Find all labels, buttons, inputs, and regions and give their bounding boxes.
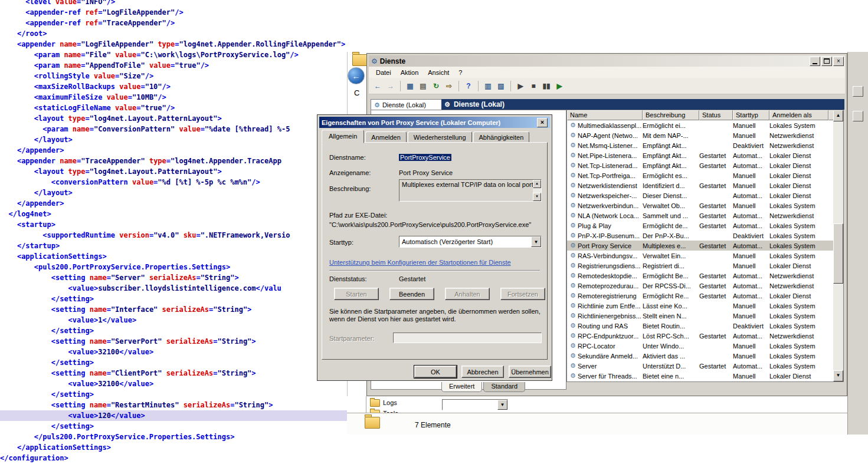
scroll-down-icon[interactable]: ▼ [533,193,541,201]
close-icon[interactable]: × [537,118,548,127]
service-row[interactable]: ⚙NAP-Agent (Netwo...Mit dem NAP-...Manue… [567,130,833,140]
service-row[interactable]: ⚙Netzwerkspeicher-...Dieser Dienst...Aut… [567,190,833,200]
list-view-icon[interactable]: ▧ [495,80,507,92]
cell: RAS-Verbindungsv... [578,252,643,259]
anzeigename-value[interactable]: Port Proxy Service [399,169,453,176]
service-row[interactable]: ⚙Remotedesktopdie...Ermöglicht Be...Gest… [567,271,833,281]
background-widget [853,111,863,121]
show-tree-icon[interactable]: ▦ [404,80,416,92]
column-header[interactable]: Beschreibung [643,110,699,120]
tab-anmelden[interactable]: Anmelden [365,131,407,143]
properties-icon[interactable]: ▤ [417,80,429,92]
chevron-down-icon[interactable]: ▼ [497,400,507,410]
menu-item-hilfe[interactable]: ? [454,68,467,77]
scrollbar-thumb[interactable] [833,223,843,284]
tab-abhängigkeiten[interactable]: Abhängigkeiten [473,131,530,143]
abbrechen-button[interactable]: Abbrechen [461,366,504,378]
service-row[interactable]: ⚙RAS-Verbindungsv...Verwaltet Ein...Manu… [567,251,833,261]
dienstname-value[interactable]: PortProxyService [399,154,451,161]
service-row[interactable]: ⚙Plug & PlayErmöglicht de...GestartetAut… [567,221,833,231]
column-header[interactable]: Anmelden als [769,110,828,120]
service-row[interactable]: ⚙Netzwerkverbindun...Verwaltet Ob...Gest… [567,200,833,210]
service-row[interactable]: ⚙Remoteprozedurau...Der RPCSS-Di...Gesta… [567,281,833,291]
cell: Manuell [733,302,769,310]
dialog-title-bar[interactable]: Eigenschaften von Port Proxy Service (Lo… [319,117,550,128]
tab-wiederherstellung[interactable]: Wiederherstellung [408,131,472,143]
close-icon[interactable]: × [833,57,844,66]
service-row[interactable]: ⚙Sekundäre Anmeld...Aktiviert das ...Man… [567,351,833,361]
title-bar[interactable]: ⚙ Dienste × [369,55,845,67]
service-row[interactable]: ⚙Net.Tcp-Listenerad...Empfängt Akt...Ges… [567,160,833,170]
service-row[interactable]: ⚙RPC-LocatorUnter Windo...ManuellLokales… [567,341,833,351]
cell: Aktiviert das ... [643,353,699,360]
code-editor[interactable]: <level value="INFO"/> <appender-ref ref=… [0,0,354,463]
menu-item-datei[interactable]: Datei [371,68,396,77]
menu-item-aktion[interactable]: Aktion [396,68,424,77]
ok-button[interactable]: OK [414,366,457,378]
code-line: <setting name="Interface" serializeAs="S… [0,304,354,315]
übernehmen-button[interactable]: Übernehmen [509,366,551,378]
service-row[interactable]: ⚙NLA (Network Loca...Sammelt und ...Gest… [567,210,833,221]
scroll-down-icon[interactable]: ▼ [833,370,843,381]
service-row[interactable]: ⚙Port Proxy ServiceMultiplexes e...Gesta… [567,241,833,251]
refresh-icon[interactable]: ↻ [430,80,442,92]
anzeigename-label: Anzeigename: [329,169,371,176]
code-line: <setting name="ServerPort" serializeAs="… [0,336,354,347]
dienstname-label: Dienstname: [329,154,366,161]
beschreibung-text: Multiplexes external TCP/IP data on loca… [402,181,533,188]
service-row[interactable]: ⚙Multimediaklassenpl...Ermöglicht ei...M… [567,120,833,130]
anhalten-button: Anhalten [445,288,490,300]
tab-dienste-lokal[interactable]: ⚙ Dienste (Lokal) [371,99,444,110]
minimize-icon[interactable] [810,57,820,66]
start-service-icon[interactable]: ▶ [515,80,526,92]
stop-service-icon[interactable]: ■ [528,80,539,92]
service-row[interactable]: ⚙Net.Pipe-Listenera...Empfängt Akt...Ges… [567,150,833,160]
cell: Manuell [733,132,769,139]
forward-icon[interactable]: → [385,80,397,92]
beschreibung-label: Beschreibung: [329,185,371,192]
menu-item-ansicht[interactable]: Ansicht [423,68,454,77]
service-row[interactable]: ⚙NetzwerklistendienstIdentifiziert d...G… [567,180,833,190]
beenden-button[interactable]: Beenden [389,288,434,300]
service-row[interactable]: ⚙Net.Tcp-Portfreiga...Ermöglicht es...Ma… [567,170,833,180]
tab-allgemein[interactable]: Allgemein [322,130,364,143]
service-row[interactable]: ⚙Registrierungsdiens...Registriert di...… [567,261,833,271]
starttyp-select[interactable]: Automatisch (Verzögerter Start) ▼ [399,236,542,248]
cell: Lokales System [769,202,826,209]
column-header[interactable]: Starttyp [733,110,769,120]
startoptionen-link[interactable]: Unterstützung beim Konfigurieren der Sta… [329,259,511,266]
scroll-up-icon[interactable]: ▲ [833,110,843,121]
service-row[interactable]: ⚙Net.Msmq-Listener...Empfängt Akt...Deak… [567,140,833,150]
service-gear-icon: ⚙ [568,222,578,229]
service-row[interactable]: ⚙Richtlinie zum Entfe...Lässt eine Ko...… [567,301,833,311]
services-scrollbar[interactable]: ▲ ▼ [833,110,843,381]
back-icon[interactable]: ← [372,80,384,92]
service-row[interactable]: ⚙Routing und RASBietet Routin...Deaktivi… [567,321,833,331]
beschreibung-field[interactable]: Multiplexes external TCP/IP data on loca… [399,179,542,202]
export-list-icon[interactable]: ⇨ [443,80,455,92]
view-tab-standard[interactable]: Standard [483,382,525,392]
service-gear-icon: ⚙ [568,282,578,289]
column-header[interactable]: Name [567,110,643,120]
pause-service-icon[interactable]: ▮▮ [541,80,552,92]
view-tab-erweitert[interactable]: Erweitert [441,382,482,392]
element-count: 7 Elemente [415,421,451,429]
service-row[interactable]: ⚙RPC-Endpunktzuor...Löst RPC-Sch...Gesta… [567,331,833,341]
service-row[interactable]: ⚙ServerUnterstützt D...GestartetAutomat.… [567,361,833,371]
chevron-down-icon[interactable]: ▼ [531,236,541,247]
scroll-up-icon[interactable]: ▲ [533,180,541,188]
maximize-icon[interactable] [821,57,832,66]
beschreibung-scrollbar[interactable]: ▲ ▼ [533,180,541,201]
service-row[interactable]: ⚙Richtlinienergebniss...Stellt einen N..… [567,311,833,321]
extended-view-icon[interactable]: ▥ [482,80,494,92]
cell: Automat... [733,162,769,169]
service-row[interactable]: ⚙Server für Threads...Bietet eine n...Ma… [567,371,833,381]
service-row[interactable]: ⚙RemoteregistrierungErmöglicht Re...Gest… [567,291,833,301]
column-header[interactable]: Status [699,110,733,120]
help-icon[interactable]: ? [463,80,474,92]
explorer-back-icon[interactable]: ← [348,67,365,84]
view-dropdown[interactable]: ▼ [442,399,508,410]
service-row[interactable]: ⚙PnP-X-IP-Busenum...Der PnP-X-Bu...Deakt… [567,231,833,241]
code-line: <conversionPattern value="%d [%t] %-5p %… [0,177,354,187]
restart-service-icon[interactable]: ▶ [553,80,565,92]
